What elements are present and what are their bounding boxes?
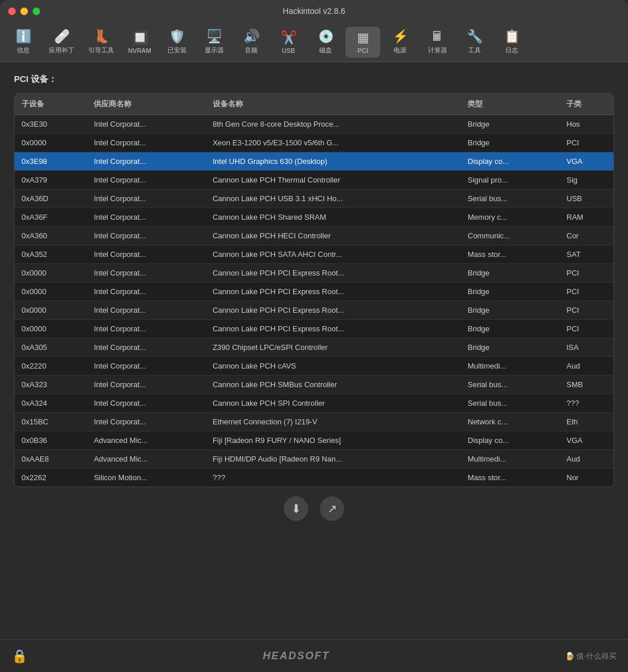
footer-logo: HEADSOFT xyxy=(263,650,330,662)
table-cell-1: Advanced Mic... xyxy=(87,450,205,469)
toolbar-item-info[interactable]: ℹ️信息 xyxy=(6,26,41,58)
table-cell-0: 0xA323 xyxy=(15,376,87,394)
table-cell-4: Aud xyxy=(559,357,613,376)
toolbar-label-log: 日志 xyxy=(505,46,518,55)
table-cell-3: Multimedi... xyxy=(461,357,559,376)
table-cell-0: 0x2220 xyxy=(15,357,87,376)
toolbar-item-usb[interactable]: ✂️USB xyxy=(271,27,306,58)
table-row[interactable]: 0x3E98Intel Corporat...Intel UHD Graphic… xyxy=(15,152,613,171)
toolbar-item-power[interactable]: ⚡电源 xyxy=(383,26,418,58)
table-cell-0: 0xA36F xyxy=(15,208,87,227)
table-cell-0: 0x0000 xyxy=(15,264,87,283)
toolbar-icon-info: ℹ️ xyxy=(16,29,31,44)
toolbar-item-log[interactable]: 📋日志 xyxy=(494,26,529,58)
table-cell-2: Cannon Lake PCH PCI Express Root... xyxy=(206,283,461,301)
table-cell-4: Cor xyxy=(559,227,613,245)
maximize-button[interactable] xyxy=(33,8,40,15)
table-row[interactable]: 0x0000Intel Corporat...Cannon Lake PCH P… xyxy=(15,320,613,338)
close-button[interactable] xyxy=(8,8,16,15)
minimize-button[interactable] xyxy=(20,8,28,15)
table-cell-2: Cannon Lake PCH SATA AHCI Contr... xyxy=(206,245,461,264)
table-cell-3: Mass stor... xyxy=(461,469,559,487)
table-cell-2: Cannon Lake PCH Thermal Controller xyxy=(206,171,461,190)
table-cell-0: 0x15BC xyxy=(15,413,87,431)
table-cell-4: Eth xyxy=(559,413,613,431)
toolbar-item-tools[interactable]: 🔧工具 xyxy=(457,26,492,58)
table-row[interactable]: 0xA323Intel Corporat...Cannon Lake PCH S… xyxy=(15,376,613,394)
toolbar-item-installed[interactable]: 🛡️已安装 xyxy=(159,26,194,58)
toolbar: ℹ️信息🩹应用补丁👢引导工具🔲NVRAM🛡️已安装🖥️显示器🔊音频✂️USB💿磁… xyxy=(0,22,628,62)
table-cell-1: Intel Corporat... xyxy=(87,171,205,190)
table-cell-4: VGA xyxy=(559,152,613,171)
table-cell-4: Sig xyxy=(559,171,613,190)
toolbar-label-info: 信息 xyxy=(17,46,30,55)
table-cell-2: Cannon Lake PCH cAVS xyxy=(206,357,461,376)
toolbar-item-pci[interactable]: ▦PCI xyxy=(345,27,380,58)
table-cell-1: Intel Corporat... xyxy=(87,394,205,413)
toolbar-icon-usb: ✂️ xyxy=(281,30,297,45)
export-button[interactable]: ↗ xyxy=(320,496,344,521)
table-cell-3: Bridge xyxy=(461,283,559,301)
table-cell-3: Bridge xyxy=(461,134,559,152)
toolbar-icon-calc: 🖩 xyxy=(431,29,444,44)
table-cell-4: RAM xyxy=(559,208,613,227)
toolbar-item-disk[interactable]: 💿磁盘 xyxy=(308,26,343,58)
toolbar-icon-installed: 🛡️ xyxy=(169,29,185,44)
table-row[interactable]: 0x3E30Intel Corporat...8th Gen Core 8-co… xyxy=(15,115,613,134)
table-cell-1: Intel Corporat... xyxy=(87,227,205,245)
table-cell-0: 0xA305 xyxy=(15,338,87,357)
table-row[interactable]: 0x15BCIntel Corporat...Ethernet Connecti… xyxy=(15,413,613,431)
table-row[interactable]: 0x0000Intel Corporat...Cannon Lake PCH P… xyxy=(15,301,613,320)
table-row[interactable]: 0xAAE8Advanced Mic...Fiji HDMI/DP Audio … xyxy=(15,450,613,469)
table-row[interactable]: 0xA360Intel Corporat...Cannon Lake PCH H… xyxy=(15,227,613,245)
toolbar-label-disk: 磁盘 xyxy=(319,46,332,55)
table-cell-0: 0x2262 xyxy=(15,469,87,487)
toolbar-item-calc[interactable]: 🖩计算器 xyxy=(420,26,455,58)
toolbar-label-installed: 已安装 xyxy=(167,46,187,55)
download-button[interactable]: ⬇ xyxy=(284,496,308,521)
table-row[interactable]: 0xA305Intel Corporat...Z390 Chipset LPC/… xyxy=(15,338,613,357)
bottom-actions: ⬇ ↗ xyxy=(14,487,614,527)
table-row[interactable]: 0xA36DIntel Corporat...Cannon Lake PCH U… xyxy=(15,190,613,208)
toolbar-item-nvram[interactable]: 🔲NVRAM xyxy=(122,27,157,58)
table-row[interactable]: 0xA379Intel Corporat...Cannon Lake PCH T… xyxy=(15,171,613,190)
table-row[interactable]: 0x0000Intel Corporat...Xeon E3-1200 v5/E… xyxy=(15,134,613,152)
table-row[interactable]: 0x0B36Advanced Mic...Fiji [Radeon R9 FUR… xyxy=(15,431,613,450)
table-col-header: 类型 xyxy=(461,94,559,115)
table-cell-1: Intel Corporat... xyxy=(87,283,205,301)
table-row[interactable]: 0xA324Intel Corporat...Cannon Lake PCH S… xyxy=(15,394,613,413)
table-cell-0: 0xA379 xyxy=(15,171,87,190)
titlebar: Hackintool v2.8.6 xyxy=(0,0,628,22)
table-cell-1: Intel Corporat... xyxy=(87,115,205,134)
table-row[interactable]: 0xA352Intel Corporat...Cannon Lake PCH S… xyxy=(15,245,613,264)
table-col-header: 子类 xyxy=(559,94,613,115)
toolbar-item-display[interactable]: 🖥️显示器 xyxy=(197,26,231,58)
table-cell-2: Xeon E3-1200 v5/E3-1500 v5/6th G... xyxy=(206,134,461,152)
table-row[interactable]: 0x0000Intel Corporat...Cannon Lake PCH P… xyxy=(15,283,613,301)
toolbar-icon-tools: 🔧 xyxy=(467,29,483,44)
table-row[interactable]: 0xA36FIntel Corporat...Cannon Lake PCH S… xyxy=(15,208,613,227)
table-cell-1: Intel Corporat... xyxy=(87,208,205,227)
table-row[interactable]: 0x0000Intel Corporat...Cannon Lake PCH P… xyxy=(15,264,613,283)
toolbar-item-boot[interactable]: 👢引导工具 xyxy=(83,26,120,58)
table-cell-0: 0x3E30 xyxy=(15,115,87,134)
table-cell-1: Intel Corporat... xyxy=(87,264,205,283)
table-cell-2: Z390 Chipset LPC/eSPI Controller xyxy=(206,338,461,357)
toolbar-item-audio[interactable]: 🔊音频 xyxy=(234,26,269,58)
table-row[interactable]: 0x2220Intel Corporat...Cannon Lake PCH c… xyxy=(15,357,613,376)
pci-table-wrapper: 子设备供应商名称设备名称类型子类 0x3E30Intel Corporat...… xyxy=(14,93,614,487)
toolbar-icon-power: ⚡ xyxy=(392,29,408,44)
table-col-header: 供应商名称 xyxy=(87,94,205,115)
table-cell-1: Intel Corporat... xyxy=(87,376,205,394)
table-row[interactable]: 0x2262Silicon Motion...???Mass stor...No… xyxy=(15,469,613,487)
toolbar-label-tools: 工具 xyxy=(468,46,481,55)
table-cell-2: Cannon Lake PCH PCI Express Root... xyxy=(206,320,461,338)
footer-watermark: 🍺 值·什么得买 xyxy=(565,651,616,662)
toolbar-label-audio: 音频 xyxy=(245,46,258,55)
toolbar-item-patch[interactable]: 🩹应用补丁 xyxy=(43,26,80,58)
table-cell-2: Fiji HDMI/DP Audio [Radeon R9 Nan... xyxy=(206,450,461,469)
table-cell-4: Nor xyxy=(559,469,613,487)
toolbar-icon-patch: 🩹 xyxy=(54,29,70,44)
toolbar-icon-log: 📋 xyxy=(504,29,520,44)
toolbar-icon-audio: 🔊 xyxy=(244,29,259,44)
